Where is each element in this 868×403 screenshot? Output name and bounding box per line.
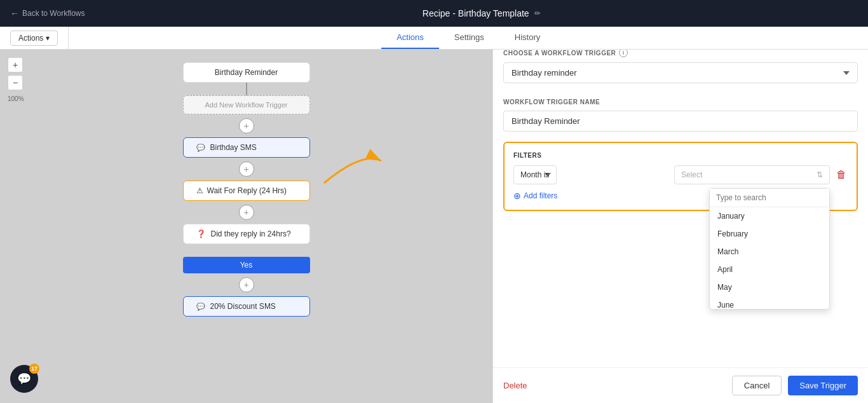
add-filter-button[interactable]: Add filters: [513, 191, 557, 201]
chat-widget-button[interactable]: 💬 17: [10, 365, 38, 393]
month-item-may[interactable]: May: [710, 278, 829, 296]
info-icon: i: [619, 48, 628, 57]
question-icon: ❓: [196, 229, 206, 238]
trigger-name-label: WORKFLOW TRIGGER NAME: [503, 99, 858, 106]
month-search-input[interactable]: [710, 189, 829, 207]
month-list: January February March April May June: [710, 207, 829, 309]
sms-icon: 💬: [196, 144, 205, 152]
page-title: Recipe - Birthday Template: [423, 8, 529, 18]
zoom-in-button[interactable]: +: [8, 57, 23, 72]
panel-body: CHOOSE A WORKFLOW TRIGGER i Birthday rem…: [493, 38, 868, 367]
filters-label: FILTERS: [513, 152, 848, 159]
month-item-february[interactable]: February: [710, 225, 829, 243]
panel-footer: Delete Cancel Save Trigger: [493, 367, 868, 403]
month-dropdown: January February March April May June: [709, 188, 830, 310]
trigger-select[interactable]: Birthday reminder: [503, 62, 858, 83]
workflow-trigger-panel: Workflow Trigger Adds a workflow trigger…: [492, 0, 868, 403]
tab-center: Actions Settings History: [69, 27, 868, 49]
discount-sms-node[interactable]: 💬 20% Discount SMS: [183, 296, 310, 317]
cancel-button[interactable]: Cancel: [732, 376, 782, 395]
add-connector-2[interactable]: +: [239, 161, 254, 177]
filter-delete-button[interactable]: 🗑: [835, 168, 848, 182]
connector-line: [246, 83, 247, 95]
choose-trigger-label: CHOOSE A WORKFLOW TRIGGER i: [503, 48, 858, 57]
add-connector-3[interactable]: +: [239, 205, 254, 220]
birthday-reminder-node[interactable]: Birthday Reminder: [183, 62, 310, 83]
edit-icon[interactable]: ✏: [534, 9, 541, 18]
chevron-up-down-icon: ⇅: [817, 170, 823, 179]
chat-unread-count: 17: [29, 364, 39, 374]
chevron-down-icon: ▾: [46, 34, 50, 43]
tab-bar-left: Actions ▾: [0, 27, 69, 49]
month-item-april[interactable]: April: [710, 261, 829, 278]
add-connector-4[interactable]: +: [239, 277, 254, 292]
wait-reply-node[interactable]: ⚠ Wait For Reply (24 Hrs): [183, 181, 310, 201]
filter-condition-select[interactable]: Month is: [513, 165, 557, 184]
month-item-january[interactable]: January: [710, 207, 829, 225]
filter-value-wrap: Select ⇅ January February March April Ma…: [674, 165, 830, 184]
tab-bar: Actions ▾ Actions Settings History: [0, 27, 868, 50]
tab-actions[interactable]: Actions: [381, 27, 439, 49]
month-item-march[interactable]: March: [710, 243, 829, 261]
filter-row: Month is Select ⇅ January February: [513, 165, 848, 184]
add-trigger-node[interactable]: Add New Workflow Trigger: [183, 95, 310, 114]
sms-icon-2: 💬: [196, 303, 205, 311]
zoom-out-button[interactable]: −: [8, 75, 23, 90]
trigger-name-section: WORKFLOW TRIGGER NAME: [503, 99, 858, 132]
back-label: Back to Workflows: [22, 9, 85, 18]
yes-button-node[interactable]: Yes: [183, 257, 310, 273]
birthday-sms-node[interactable]: 💬 Birthday SMS: [183, 137, 310, 158]
actions-dropdown-button[interactable]: Actions ▾: [10, 31, 58, 46]
warning-icon: ⚠: [196, 186, 203, 195]
filter-value-button[interactable]: Select ⇅: [674, 165, 830, 184]
workflow-canvas: + − 100% Birthday Reminder Add New Workf…: [0, 50, 492, 403]
top-nav: Back to Workflows Recipe - Birthday Temp…: [0, 0, 868, 27]
filter-condition-wrap: Month is: [513, 165, 669, 184]
canvas-controls: + − 100%: [8, 57, 24, 102]
decision-node[interactable]: ❓ Did they reply in 24hrs?: [183, 224, 310, 244]
back-to-workflows-button[interactable]: Back to Workflows: [0, 8, 95, 18]
tab-history[interactable]: History: [499, 27, 555, 49]
chat-icon: 💬: [17, 372, 31, 386]
choose-trigger-section: CHOOSE A WORKFLOW TRIGGER i Birthday rem…: [503, 48, 858, 93]
tab-settings[interactable]: Settings: [439, 27, 499, 49]
title-area: Recipe - Birthday Template ✏: [95, 8, 868, 18]
footer-right: Cancel Save Trigger: [732, 376, 858, 395]
zoom-level-label: 100%: [8, 95, 24, 102]
save-trigger-button[interactable]: Save Trigger: [788, 376, 858, 395]
month-item-june[interactable]: June: [710, 296, 829, 309]
workflow-nodes: Birthday Reminder Add New Workflow Trigg…: [151, 62, 342, 317]
add-connector-1[interactable]: +: [239, 118, 254, 133]
filters-section: FILTERS Month is Select ⇅: [503, 142, 858, 211]
trigger-name-input[interactable]: [503, 111, 858, 132]
delete-trigger-button[interactable]: Delete: [503, 381, 527, 390]
